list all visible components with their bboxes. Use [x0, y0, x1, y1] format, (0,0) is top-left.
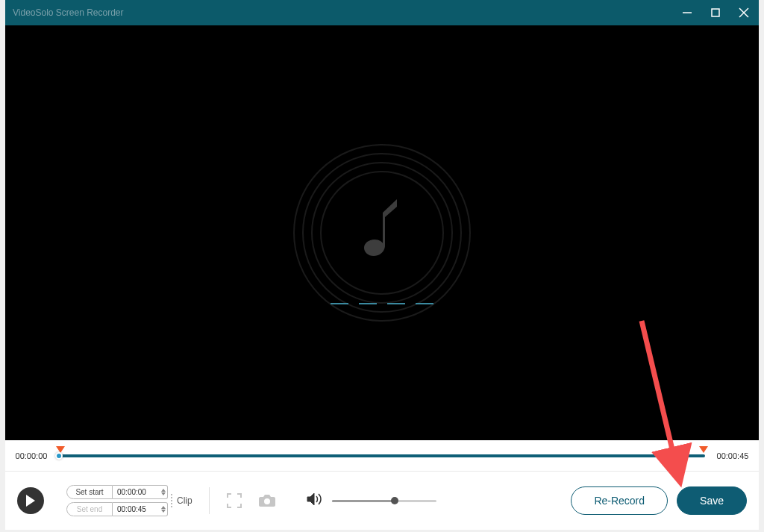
play-icon — [25, 495, 36, 507]
clip-end-input[interactable]: 00:00:45 — [113, 502, 168, 516]
track-line — [59, 454, 705, 457]
window-controls — [680, 5, 751, 20]
clip-end-spinner[interactable] — [161, 503, 166, 516]
minimize-icon — [682, 7, 692, 18]
playhead[interactable] — [55, 452, 63, 460]
bottom-panel: 00:00:00 00:00:45 Set start 00:00:00 — [5, 440, 759, 530]
volume-control — [307, 492, 436, 510]
set-start-button[interactable]: Set start — [66, 485, 113, 499]
clip-end-row: Set end 00:00:45 — [66, 502, 168, 516]
timeline: 00:00:00 00:00:45 — [5, 440, 759, 472]
app-window: VideoSolo Screen Recorder — [5, 0, 759, 530]
preview-area — [5, 25, 759, 440]
save-button[interactable]: Save — [677, 486, 747, 515]
separator — [209, 487, 210, 514]
minimize-button[interactable] — [680, 5, 695, 20]
clip-end-value: 00:00:45 — [117, 505, 146, 513]
timeline-start-time: 00:00:00 — [11, 451, 51, 460]
clip-label: Clip — [172, 492, 192, 509]
controls-bar: Set start 00:00:00 Set end 00:00:45 — [5, 472, 759, 530]
volume-thumb[interactable] — [391, 497, 398, 504]
svg-point-8 — [264, 498, 270, 504]
camera-icon — [259, 494, 275, 507]
app-title: VideoSolo Screen Recorder — [13, 7, 680, 18]
clip-start-row: Set start 00:00:00 — [66, 485, 168, 499]
titlebar: VideoSolo Screen Recorder — [5, 0, 759, 25]
clip-start-spinner[interactable] — [161, 486, 166, 498]
volume-fill — [332, 500, 395, 502]
screenshot-button[interactable] — [259, 492, 275, 509]
fullscreen-button[interactable] — [226, 492, 242, 509]
rerecord-button[interactable]: Re-Record — [571, 486, 668, 515]
volume-button[interactable] — [307, 492, 323, 510]
set-end-button[interactable]: Set end — [66, 502, 113, 516]
audio-level-dashes — [331, 303, 433, 304]
timeline-track[interactable] — [59, 445, 705, 467]
close-button[interactable] — [736, 5, 751, 20]
clip-start-value: 00:00:00 — [117, 488, 146, 496]
volume-slider[interactable] — [332, 500, 436, 502]
play-button[interactable] — [17, 487, 44, 514]
timeline-end-time: 00:00:45 — [713, 451, 753, 460]
clip-group: Set start 00:00:00 Set end 00:00:45 — [66, 485, 192, 516]
fullscreen-icon — [227, 493, 242, 508]
tool-icons — [226, 492, 275, 509]
music-note-icon — [360, 199, 404, 266]
svg-rect-1 — [712, 9, 719, 16]
maximize-button[interactable] — [708, 5, 723, 20]
clip-inputs: Set start 00:00:00 Set end 00:00:45 — [66, 485, 168, 516]
maximize-icon — [710, 7, 721, 18]
close-icon — [738, 7, 750, 19]
clip-start-input[interactable]: 00:00:00 — [113, 485, 168, 499]
clip-end-marker[interactable] — [699, 446, 708, 453]
volume-icon — [307, 492, 323, 507]
